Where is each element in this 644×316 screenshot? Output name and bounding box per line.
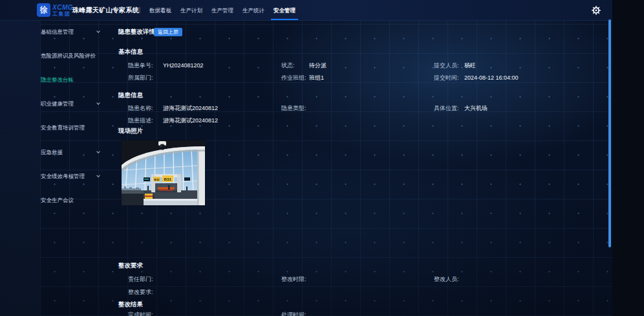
airport-photo-graphic: B32 B31 <box>122 141 205 205</box>
detail-field: 作业班组:班组1 <box>281 74 324 82</box>
field-value: 2024-08-12 16:04:00 <box>464 74 519 81</box>
top-navbar: 徐 XCMG 工集团 珠峰露天矿山专家系统 | 数据看板生产计划生产管理生产统计… <box>0 0 612 21</box>
field-label: 整改人员: <box>434 275 464 284</box>
field-label: 作业班组: <box>281 74 309 82</box>
page-body: 基础信息管理危险源辨识及风险评价隐患整改台账职业健康管理安全教育培训管理应急救援… <box>0 21 612 316</box>
detail-field: 所属部门: <box>128 74 163 82</box>
detail-field: 责任部门: <box>128 275 163 284</box>
chevron-down-icon <box>96 150 100 153</box>
detail-field: 整改人员: <box>434 275 464 284</box>
sidebar-item-1[interactable]: 危险源辨识及风险评价 <box>41 51 107 61</box>
sidebar-item-3[interactable]: 职业健康管理 <box>41 99 107 109</box>
site-photo-thumbnail[interactable]: B32 B31 <box>122 141 205 205</box>
nav-item-label: 生产管理 <box>211 7 233 14</box>
field-value: 大兴机场 <box>464 105 488 111</box>
sidebar-item-label: 安全绩效考核管理 <box>41 173 85 179</box>
app-title: 珠峰露天矿山专家系统 <box>72 0 139 21</box>
desktop-background <box>612 0 644 316</box>
field-label: 提交人员: <box>434 62 464 70</box>
detail-field: 提交人员:杨旺 <box>434 62 476 70</box>
detail-field: 完成时间: <box>128 311 163 316</box>
sidebar-rail <box>0 21 40 316</box>
brand-en: XCMG <box>52 4 73 11</box>
field-value: 游海花测试20240812 <box>163 105 218 111</box>
sidebar-item-4[interactable]: 安全教育培训管理 <box>41 123 107 133</box>
chevron-down-icon <box>96 101 100 105</box>
detail-field: 整改时限: <box>281 275 309 284</box>
nav-item-4[interactable]: 安全管理 <box>269 0 300 21</box>
sidebar-item-label: 危险源辨识及风险评价 <box>41 52 96 59</box>
back-button[interactable]: 返回上层 <box>154 28 182 36</box>
section-header: 整改结果 <box>118 300 143 309</box>
field-value: 游海花测试20240812 <box>163 117 218 124</box>
field-value: YH2024081202 <box>163 62 204 69</box>
field-value: 杨旺 <box>464 62 476 69</box>
nav-item-0[interactable]: 数据看板 <box>145 0 176 21</box>
sidebar-item-label: 安全教育培训管理 <box>41 124 85 131</box>
field-label: 隐患类型: <box>281 104 309 113</box>
dome-camera <box>160 144 166 150</box>
nav-item-label: 安全管理 <box>274 7 295 14</box>
gate-sign-small: B32 <box>155 178 160 181</box>
scrollbar-thumb[interactable] <box>608 19 611 247</box>
sidebar-item-label: 安全生产会议 <box>41 197 74 203</box>
field-label: 具体位置: <box>434 104 464 113</box>
nav-item-2[interactable]: 生产管理 <box>207 0 238 21</box>
xcmg-logo: 徐 XCMG 工集团 <box>37 3 73 17</box>
section-header: 基本信息 <box>118 48 143 56</box>
nav-item-label: 生产计划 <box>180 7 202 14</box>
detail-field: 隐患类型: <box>281 104 309 113</box>
nav-item-3[interactable]: 生产统计 <box>238 0 269 21</box>
detail-field: 隐患单号:YH2024081202 <box>128 62 204 70</box>
field-label: 隐患名称: <box>128 104 163 113</box>
field-value: 班组1 <box>309 74 324 81</box>
sidebar-item-label: 职业健康管理 <box>41 100 74 107</box>
field-label: 完成时间: <box>128 311 163 316</box>
sidebar-item-0[interactable]: 基础信息管理 <box>41 27 107 37</box>
sidebar-item-2[interactable]: 隐患整改台账 <box>41 75 107 85</box>
detail-field: 具体位置:大兴机场 <box>434 104 488 113</box>
settings-gear-icon[interactable] <box>592 6 601 15</box>
chevron-down-icon <box>96 29 100 33</box>
nav-item-1[interactable]: 生产计划 <box>176 0 207 21</box>
sidebar-item-7[interactable]: 安全生产会议 <box>41 196 107 205</box>
sidebar-item-label: 基础信息管理 <box>41 28 74 35</box>
field-label: 整改时限: <box>281 275 309 284</box>
detail-field: 隐患名称:游海花测试20240812 <box>128 104 218 113</box>
detail-field: 处理时间: <box>281 311 309 316</box>
detail-field: 状态:待分派 <box>281 62 327 70</box>
field-label: 提交时间: <box>434 74 464 82</box>
xcmg-logo-text: XCMG 工集团 <box>52 4 73 17</box>
app-window: 徐 XCMG 工集团 珠峰露天矿山专家系统 | 数据看板生产计划生产管理生产统计… <box>0 0 612 316</box>
title-separator: | <box>139 0 140 21</box>
field-label: 状态: <box>281 62 309 70</box>
sidebar-item-label: 应急救援 <box>41 149 63 155</box>
brand-cn: 工集团 <box>52 11 73 17</box>
field-label: 隐患单号: <box>128 62 163 70</box>
nav-item-label: 数据看板 <box>149 7 171 14</box>
field-label: 所属部门: <box>128 74 163 82</box>
field-label: 整改要求: <box>128 288 163 297</box>
section-header: 现场照片 <box>118 127 143 135</box>
primary-nav: 数据看板生产计划生产管理生产统计安全管理 <box>145 0 300 21</box>
sidebar-item-6[interactable]: 安全绩效考核管理 <box>41 172 107 181</box>
nav-item-label: 生产统计 <box>242 7 264 14</box>
field-label: 处理时间: <box>281 311 309 316</box>
detail-field: 整改要求: <box>128 288 163 297</box>
detail-field: 提交时间:2024-08-12 16:04:00 <box>434 74 519 82</box>
page-title: 隐患整改详情 <box>118 28 155 36</box>
gate-sign-large: B31 <box>164 177 172 181</box>
chevron-down-icon <box>96 174 100 177</box>
section-header: 隐患信息 <box>118 91 143 100</box>
section-header: 整改要求 <box>118 262 143 270</box>
field-label: 责任部门: <box>128 275 163 284</box>
sidebar-item-label: 隐患整改台账 <box>41 76 74 83</box>
xcmg-logo-icon: 徐 <box>37 3 50 17</box>
field-value: 待分派 <box>309 62 327 69</box>
sidebar-item-5[interactable]: 应急救援 <box>41 148 107 157</box>
field-label: 隐患描述: <box>128 117 163 125</box>
detail-field: 隐患描述:游海花测试20240812 <box>128 117 218 125</box>
